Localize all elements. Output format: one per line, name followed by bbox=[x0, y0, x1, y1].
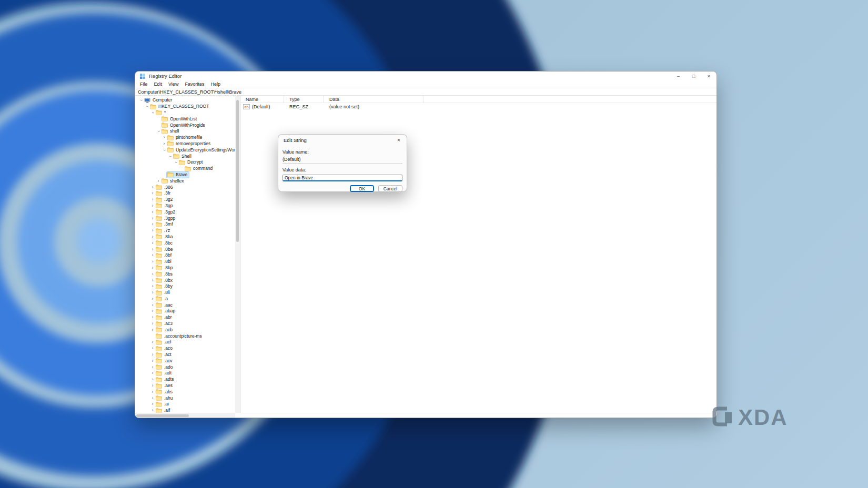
tree-item-shellex[interactable]: ›shellex bbox=[135, 178, 235, 184]
expand-chevron-icon[interactable]: › bbox=[150, 390, 155, 394]
tree-item-8bx[interactable]: ›.8bx bbox=[135, 277, 235, 283]
tree-horizontal-scrollbar[interactable] bbox=[135, 413, 235, 418]
expand-chevron-icon[interactable]: › bbox=[150, 315, 155, 320]
close-button[interactable]: × bbox=[701, 72, 716, 80]
tree-item-ahs[interactable]: ›.ahs bbox=[135, 389, 235, 395]
tree-item-8bf[interactable]: ›.8bf bbox=[135, 252, 235, 259]
expand-chevron-icon[interactable]: › bbox=[150, 247, 155, 252]
value-data-input[interactable] bbox=[282, 175, 402, 181]
expand-chevron-icon[interactable]: › bbox=[150, 402, 155, 406]
expand-chevron-icon[interactable]: › bbox=[150, 222, 155, 227]
tree-item-adt[interactable]: ›.adt bbox=[135, 370, 235, 377]
tree-item-3fr[interactable]: ›.3fr bbox=[135, 190, 235, 197]
expand-chevron-icon[interactable]: › bbox=[150, 259, 155, 264]
tree-vertical-scrollbar[interactable] bbox=[235, 96, 240, 413]
expand-chevron-icon[interactable]: › bbox=[150, 191, 155, 196]
tree-item-ac3[interactable]: ›.ac3 bbox=[135, 321, 235, 327]
tree-item-act[interactable]: ›.act bbox=[135, 352, 235, 358]
tree-item-aco[interactable]: ›.aco bbox=[135, 345, 235, 352]
expand-chevron-icon[interactable]: › bbox=[150, 365, 155, 370]
expand-chevron-icon[interactable]: › bbox=[150, 241, 155, 246]
tree-item-aes[interactable]: ›.aes bbox=[135, 383, 235, 389]
expand-chevron-icon[interactable]: › bbox=[150, 383, 155, 388]
menu-item-edit[interactable]: Edit bbox=[151, 82, 166, 87]
tree-item-openwithlist[interactable]: OpenWithList bbox=[135, 116, 235, 122]
expand-chevron-icon[interactable]: › bbox=[150, 278, 155, 283]
expand-chevron-icon[interactable]: › bbox=[150, 235, 155, 239]
tree-item-hkey-classes-root[interactable]: ›HKEY_CLASSES_ROOT bbox=[135, 104, 235, 110]
expand-chevron-icon[interactable]: › bbox=[150, 309, 155, 313]
dialog-close-icon[interactable]: × bbox=[391, 135, 407, 145]
tree-item-openwithprogids[interactable]: OpenWithProgids bbox=[135, 122, 235, 128]
tree-item-decrypt[interactable]: ›Decrypt bbox=[135, 159, 235, 166]
expand-chevron-icon[interactable]: › bbox=[150, 359, 155, 363]
tree-item-a[interactable]: ›.a bbox=[135, 296, 235, 302]
expand-chevron-icon[interactable]: › bbox=[150, 272, 155, 277]
expand-chevron-icon[interactable]: › bbox=[162, 135, 167, 140]
menu-item-view[interactable]: View bbox=[165, 82, 181, 87]
tree-item-ado[interactable]: ›.ado bbox=[135, 364, 235, 370]
expand-chevron-icon[interactable]: › bbox=[162, 141, 167, 146]
tree-item-ahu[interactable]: ›.ahu bbox=[135, 395, 235, 401]
expand-chevron-icon[interactable]: › bbox=[150, 352, 155, 357]
tree-item-386[interactable]: ›.386 bbox=[135, 184, 235, 190]
expand-chevron-icon[interactable]: › bbox=[150, 185, 155, 190]
scrollbar-thumb[interactable] bbox=[136, 414, 189, 417]
collapse-chevron-icon[interactable]: › bbox=[150, 110, 155, 115]
tree-item-computer[interactable]: ›Computer bbox=[135, 97, 235, 104]
expand-chevron-icon[interactable]: › bbox=[150, 284, 155, 289]
tree-item-shell[interactable]: ›shell bbox=[135, 128, 235, 135]
tree-item-removeproperties[interactable]: ›removeproperties bbox=[135, 141, 235, 147]
collapse-chevron-icon[interactable]: › bbox=[162, 147, 167, 152]
tree-item-3gpp[interactable]: ›.3gpp bbox=[135, 215, 235, 221]
column-header-data[interactable]: Data bbox=[324, 96, 423, 103]
tree-item-abap[interactable]: ›.abap bbox=[135, 308, 235, 314]
expand-chevron-icon[interactable]: › bbox=[150, 266, 155, 270]
tree-item-ai[interactable]: ›.ai bbox=[135, 401, 235, 408]
tree-item-accountpicture-ms[interactable]: .accountpicture-ms bbox=[135, 333, 235, 339]
tree-item-adts[interactable]: ›.adts bbox=[135, 377, 235, 383]
value-row-default[interactable]: ab(Default)REG_SZ(value not set) bbox=[240, 103, 716, 110]
tree-item-aif[interactable]: ›.aif bbox=[135, 408, 235, 413]
title-bar[interactable]: Registry Editor – □ × bbox=[135, 72, 716, 80]
minimize-button[interactable]: – bbox=[671, 72, 686, 80]
expand-chevron-icon[interactable]: › bbox=[150, 371, 155, 375]
expand-chevron-icon[interactable]: › bbox=[150, 216, 155, 221]
tree-item-pintohomefile[interactable]: ›pintohomefile bbox=[135, 135, 235, 141]
collapse-chevron-icon[interactable]: › bbox=[174, 160, 178, 165]
tree-item-acf[interactable]: ›.acf bbox=[135, 339, 235, 345]
tree-item-3gp[interactable]: ›.3gp bbox=[135, 203, 235, 209]
tree-item-8bp[interactable]: ›.8bp bbox=[135, 265, 235, 271]
tree-item-8bi[interactable]: ›.8bi bbox=[135, 259, 235, 265]
tree-item-command[interactable]: command bbox=[135, 166, 235, 172]
collapse-chevron-icon[interactable]: › bbox=[139, 98, 144, 103]
dialog-title-bar[interactable]: Edit String × bbox=[278, 135, 407, 145]
menu-item-favorites[interactable]: Favorites bbox=[181, 82, 207, 87]
tree-item-brave[interactable]: Brave bbox=[135, 172, 235, 178]
expand-chevron-icon[interactable]: › bbox=[150, 290, 155, 295]
expand-chevron-icon[interactable]: › bbox=[150, 346, 155, 351]
expand-chevron-icon[interactable]: › bbox=[150, 396, 155, 401]
tree-item-7z[interactable]: ›.7z bbox=[135, 228, 235, 234]
tree-item-abr[interactable]: ›.abr bbox=[135, 314, 235, 321]
expand-chevron-icon[interactable]: › bbox=[150, 303, 155, 308]
tree-item-8by[interactable]: ›.8by bbox=[135, 283, 235, 290]
expand-chevron-icon[interactable]: › bbox=[150, 253, 155, 258]
expand-chevron-icon[interactable]: › bbox=[150, 197, 155, 202]
expand-chevron-icon[interactable]: › bbox=[150, 321, 155, 326]
expand-chevron-icon[interactable]: › bbox=[150, 377, 155, 382]
cancel-button[interactable]: Cancel bbox=[378, 185, 402, 192]
ok-button[interactable]: OK bbox=[350, 185, 374, 192]
expand-chevron-icon[interactable]: › bbox=[150, 204, 155, 208]
expand-chevron-icon[interactable]: › bbox=[150, 210, 155, 215]
address-input[interactable] bbox=[135, 88, 716, 95]
expand-chevron-icon[interactable]: › bbox=[150, 328, 155, 332]
tree-item-shell[interactable]: ›Shell bbox=[135, 153, 235, 159]
expand-chevron-icon[interactable]: › bbox=[156, 179, 161, 184]
collapse-chevron-icon[interactable]: › bbox=[156, 129, 161, 134]
expand-chevron-icon[interactable]: › bbox=[150, 297, 155, 301]
column-header-name[interactable]: Name bbox=[240, 96, 284, 103]
expand-chevron-icon[interactable]: › bbox=[150, 228, 155, 233]
tree-item-8be[interactable]: ›.8be bbox=[135, 246, 235, 252]
collapse-chevron-icon[interactable]: › bbox=[168, 154, 173, 159]
